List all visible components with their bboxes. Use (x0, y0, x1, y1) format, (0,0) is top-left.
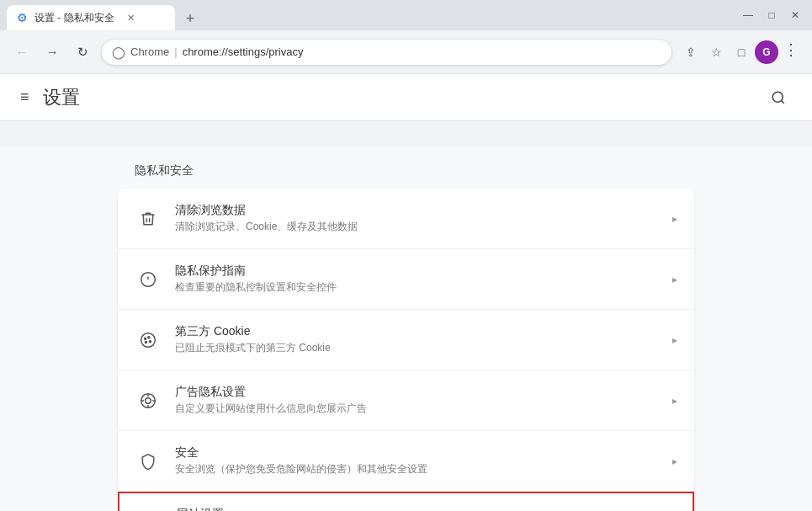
maximize-button[interactable]: □ (762, 5, 782, 25)
item-text-site-settings: 网站设置 控制网站可以使用和显示什么信息（如位置信息、摄像头、弹出式窗口及其他） (177, 507, 671, 511)
close-button[interactable]: ✕ (785, 5, 805, 25)
extension-button[interactable]: □ (730, 40, 753, 64)
url-separator: | (174, 45, 177, 58)
item-text-cookie: 第三方 Cookie 已阻止无痕模式下的第三方 Cookie (175, 324, 672, 355)
list-item[interactable]: 隐私保护指南 检查重要的隐私控制设置和安全控件 ▸ (118, 249, 694, 310)
active-tab[interactable]: ⚙ 设置 - 隐私和安全 ✕ (7, 5, 175, 30)
minimize-button[interactable]: — (738, 5, 758, 25)
settings-list: 清除浏览数据 清除浏览记录、Cookie、缓存及其他数据 ▸ 隐私保护指南 检查… (118, 189, 694, 511)
item-icon-clear-browsing (135, 205, 162, 232)
url-brand: Chrome (130, 45, 169, 58)
site-icon: ◯ (112, 45, 125, 59)
list-item[interactable]: 安全 安全浏览（保护您免受危险网站的侵害）和其他安全设置 ▸ (118, 431, 694, 492)
list-item[interactable]: 清除浏览数据 清除浏览记录、Cookie、缓存及其他数据 ▸ (118, 189, 694, 249)
svg-point-11 (146, 397, 151, 403)
item-desc: 自定义要让网站使用什么信息向您展示广告 (175, 402, 672, 416)
section-title: 隐私和安全 (0, 146, 812, 189)
page-title: 设置 (43, 85, 80, 110)
share-button[interactable]: ⇪ (679, 40, 703, 64)
main-area: 隐私和安全 清除浏览数据 清除浏览记录、Cookie、缓存及其他数据 ▸ (0, 121, 812, 511)
item-text-security: 安全 安全浏览（保护您免受危险网站的侵害）和其他安全设置 (175, 445, 672, 476)
list-item-site-settings[interactable]: 网站设置 控制网站可以使用和显示什么信息（如位置信息、摄像头、弹出式窗口及其他）… (118, 492, 694, 511)
item-text-ad-privacy: 广告隐私设置 自定义要让网站使用什么信息向您展示广告 (175, 385, 672, 416)
item-desc: 清除浏览记录、Cookie、缓存及其他数据 (175, 220, 672, 234)
item-arrow-icon: ▸ (672, 274, 677, 285)
bookmark-button[interactable]: ☆ (704, 40, 728, 64)
item-text-privacy-guide: 隐私保护指南 检查重要的隐私控制设置和安全控件 (175, 263, 672, 295)
search-button[interactable] (765, 84, 792, 111)
svg-point-8 (150, 340, 151, 342)
item-arrow-icon: ▸ (672, 395, 677, 407)
svg-point-9 (146, 341, 147, 343)
address-bar: ← → ↻ ◯ Chrome | chrome://settings/priva… (0, 30, 812, 74)
address-actions: ⇪ ☆ □ G ⋮ (679, 40, 802, 64)
svg-point-5 (141, 333, 156, 347)
item-arrow-icon: ▸ (672, 334, 677, 346)
window-controls: — □ ✕ (738, 5, 805, 25)
profile-button[interactable]: G (755, 40, 778, 64)
item-title: 清除浏览数据 (175, 203, 672, 218)
reload-button[interactable]: ↻ (71, 40, 94, 64)
svg-point-7 (148, 336, 150, 338)
url-path: chrome://settings/privacy (183, 45, 304, 58)
settings-header: ≡ 设置 (0, 74, 812, 121)
new-tab-button[interactable]: + (178, 7, 202, 30)
url-bar[interactable]: ◯ Chrome | chrome://settings/privacy (101, 39, 672, 66)
search-icon (771, 90, 786, 105)
scroll-indicator (0, 121, 812, 146)
item-desc: 检查重要的隐私控制设置和安全控件 (175, 280, 672, 295)
page-content: ≡ 设置 隐私和安全 (0, 74, 812, 511)
tab-close-button[interactable]: ✕ (125, 11, 138, 24)
item-title: 隐私保护指南 (175, 263, 672, 279)
back-button[interactable]: ← (10, 40, 34, 64)
item-arrow-icon: ▸ (672, 213, 677, 225)
svg-line-1 (781, 100, 783, 103)
list-item[interactable]: 第三方 Cookie 已阻止无痕模式下的第三方 Cookie ▸ (118, 310, 694, 370)
item-icon-ad-privacy (135, 387, 162, 414)
item-desc: 已阻止无痕模式下的第三方 Cookie (175, 341, 672, 355)
tab-favicon: ⚙ (17, 11, 28, 24)
item-title: 广告隐私设置 (175, 385, 672, 400)
forward-button[interactable]: → (40, 40, 64, 64)
browser-window: ⚙ 设置 - 隐私和安全 ✕ + — □ ✕ ← → ↻ ◯ Chrome | … (0, 0, 812, 511)
svg-point-6 (145, 338, 146, 339)
tab-title: 设置 - 隐私和安全 (34, 11, 114, 25)
item-title: 安全 (175, 445, 672, 460)
tab-strip: ⚙ 设置 - 隐私和安全 ✕ + (7, 0, 373, 30)
item-title: 第三方 Cookie (175, 324, 672, 339)
item-desc: 安全浏览（保护您免受危险网站的侵害）和其他安全设置 (175, 462, 672, 476)
item-arrow-icon: ▸ (672, 455, 677, 467)
item-icon-privacy-guide (135, 266, 162, 293)
list-item[interactable]: 广告隐私设置 自定义要让网站使用什么信息向您展示广告 ▸ (118, 370, 694, 431)
title-bar: ⚙ 设置 - 隐私和安全 ✕ + — □ ✕ (0, 0, 812, 30)
item-title: 网站设置 (177, 507, 671, 511)
chrome-menu-button[interactable]: ⋮ (780, 40, 802, 64)
item-icon-cookie (135, 327, 162, 354)
sidebar-toggle-button[interactable]: ≡ (20, 88, 29, 106)
item-icon-security (135, 448, 162, 475)
item-text-clear-browsing: 清除浏览数据 清除浏览记录、Cookie、缓存及其他数据 (175, 203, 672, 234)
svg-point-0 (772, 92, 783, 102)
